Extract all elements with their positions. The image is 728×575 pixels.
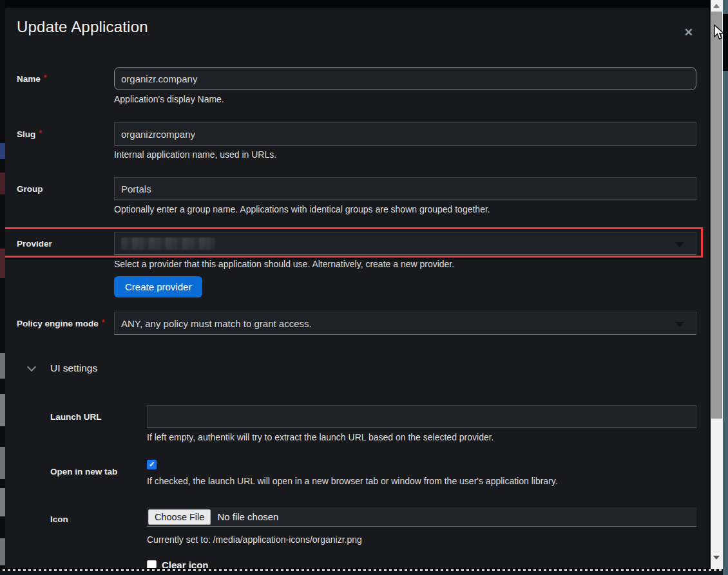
chevron-down-icon [675,322,684,327]
slug-label: Slug [17,129,35,139]
screen: Update Application ✕ Name* Application's… [0,0,728,575]
required-marker: * [44,73,47,82]
form-row-launch-url: Launch URL If left empty, authentik will… [5,405,709,444]
background-fragment [0,353,5,379]
name-input[interactable] [114,67,696,90]
clear-icon-checkbox[interactable] [147,560,157,568]
background-fragment [0,143,5,159]
open-in-new-tab-checkbox[interactable]: ✓ [147,460,157,469]
icon-help: Currently set to: /media/application-ico… [147,533,696,547]
name-help: Application's display Name. [114,93,696,106]
bottom-edge-fill [0,571,723,575]
background-page-strip [0,0,5,575]
form-row-clear-icon: Clear icon [5,560,709,568]
provider-help: Select a provider that this application … [114,258,696,271]
group-input[interactable] [114,177,696,200]
icon-label: Icon [50,514,68,524]
clear-icon-label: Clear icon [162,560,209,568]
update-application-modal: Update Application ✕ Name* Application's… [5,8,709,568]
name-label: Name [17,74,41,84]
launch-url-label: Launch URL [50,412,102,422]
required-marker: * [39,129,42,138]
form-row-slug: Slug* Internal application name, used in… [5,122,709,162]
slug-input[interactable] [114,122,696,146]
form-row-icon: Icon Choose File No file chosen Currentl… [5,507,709,547]
policy-engine-mode-label: Policy engine mode [17,319,99,328]
slug-help: Internal application name, used in URLs. [114,148,696,162]
chevron-down-icon [675,242,684,247]
background-fragment [0,249,5,278]
scrollbar-down-arrow-icon[interactable] [713,556,720,560]
form-row-name: Name* Application's display Name. [5,67,709,106]
scrollbar-thumb[interactable] [711,12,722,419]
modal-header: Update Application ✕ [5,8,709,37]
group-label: Group [17,184,43,194]
desktop-edge-strip [723,0,728,575]
group-help: Optionally enter a group name. Applicati… [114,203,696,216]
policy-engine-mode-value: ANY, any policy must match to grant acce… [121,318,312,329]
provider-label: Provider [17,239,52,249]
scrollbar[interactable] [711,0,723,575]
launch-url-input[interactable] [147,405,696,428]
required-marker: * [102,318,105,327]
background-fragment [0,447,5,479]
page-title: Update Application [17,18,148,35]
file-status-text: No file chosen [217,511,278,522]
choose-file-button[interactable]: Choose File [148,509,211,525]
background-fragment [0,538,5,565]
open-in-new-tab-help: If checked, the launch URL will open in … [147,475,696,488]
ui-settings-section-header[interactable]: UI settings [28,361,709,376]
scrollbar-up-arrow-icon[interactable] [713,4,720,8]
form-row-group: Group Optionally enter a group name. App… [5,177,709,216]
policy-engine-mode-select[interactable]: ANY, any policy must match to grant acce… [114,312,696,335]
form-row-provider: Provider Select a provider that this app… [5,232,709,297]
create-provider-button[interactable]: Create provider [114,276,202,297]
icon-file-input[interactable]: Choose File No file chosen [147,507,696,527]
background-fragment [0,488,5,516]
desktop-edge-notch [723,14,728,71]
chevron-down-icon[interactable] [27,362,36,371]
close-icon[interactable]: ✕ [684,27,693,38]
form-row-open-in-new-tab: Open in new tab ✓ If checked, the launch… [5,460,709,488]
open-in-new-tab-label: Open in new tab [50,467,117,476]
background-fragment [0,173,5,194]
ui-settings-section-title: UI settings [50,363,97,374]
update-application-form: Name* Application's display Name. Slug* … [5,37,709,568]
background-fragment [0,394,5,426]
provider-select[interactable] [114,232,696,255]
form-row-policy-engine-mode: Policy engine mode* ANY, any policy must… [5,312,709,335]
redacted-provider-value [121,238,215,250]
launch-url-help: If left empty, authentik will try to ext… [147,431,696,444]
